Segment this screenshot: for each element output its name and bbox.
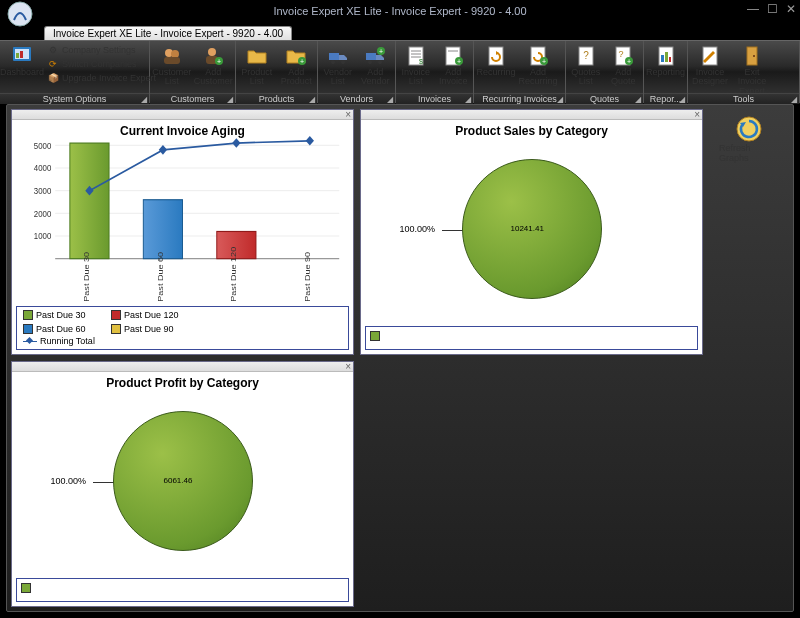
designer-icon (699, 45, 721, 67)
profit-legend (16, 578, 349, 602)
folder-icon (246, 45, 268, 67)
aging-legend: Past Due 30 Past Due 120 Past Due 60 Pas… (16, 306, 349, 350)
close-button[interactable]: ✕ (786, 2, 796, 16)
svg-point-16 (341, 60, 345, 64)
svg-text:+: + (627, 58, 631, 65)
svg-text:Past Due 60: Past Due 60 (156, 252, 165, 302)
svg-text:+: + (542, 58, 546, 65)
vendor-list-button[interactable]: Vendor List (319, 43, 357, 91)
expand-icon[interactable]: ◢ (141, 95, 147, 104)
add-recurring-button[interactable]: +Add Recurring (517, 43, 559, 91)
exit-button[interactable]: Exit Invoice Expert (731, 43, 773, 91)
person-add-icon: + (202, 45, 224, 67)
quote-add-icon: ?+ (612, 45, 634, 67)
app-window: Invoice Expert XE Lite - Invoice Expert … (0, 0, 800, 618)
people-icon (161, 45, 183, 67)
expand-icon[interactable]: ◢ (465, 95, 471, 104)
svg-rect-4 (20, 51, 23, 58)
window-title: Invoice Expert XE Lite - Invoice Expert … (273, 5, 526, 17)
gear-icon: ⚙ (47, 44, 59, 56)
add-vendor-button[interactable]: +Add Vendor (357, 43, 395, 91)
svg-text:5000: 5000 (34, 140, 52, 151)
upgrade-button[interactable]: 📦Upgrade Invoice Expert (45, 71, 158, 85)
pie-pct: 100.00% (400, 224, 436, 234)
group-vendors: Vendors◢ (318, 93, 395, 104)
expand-icon[interactable]: ◢ (309, 95, 315, 104)
app-logo-icon (6, 0, 34, 28)
ribbon: Dashboard ⚙Company Settings ⟳Switch Comp… (0, 40, 800, 104)
svg-rect-65 (306, 136, 314, 146)
expand-icon[interactable]: ◢ (679, 95, 685, 104)
svg-text:+: + (300, 58, 304, 65)
svg-text:+: + (457, 58, 461, 65)
svg-text:3000: 3000 (34, 186, 52, 197)
svg-rect-14 (329, 53, 339, 60)
svg-text:?: ? (583, 50, 589, 61)
svg-text:4000: 4000 (34, 163, 52, 174)
svg-rect-59 (70, 143, 109, 259)
invoice-icon: $ (405, 45, 427, 67)
svg-point-19 (378, 60, 382, 64)
svg-rect-44 (669, 57, 671, 62)
dashboard-button[interactable]: Dashboard (1, 43, 43, 91)
minimize-button[interactable]: — (747, 2, 759, 16)
folder-add-icon: + (285, 45, 307, 67)
recurring-button[interactable]: Recurring (475, 43, 517, 91)
exit-icon (741, 45, 763, 67)
svg-rect-60 (143, 200, 182, 259)
product-list-button[interactable]: Product List (237, 43, 277, 91)
refresh-graphs-button[interactable]: Refresh Graphs (719, 109, 779, 163)
reporting-button[interactable]: Reporting (645, 43, 686, 91)
svg-rect-3 (16, 53, 19, 58)
expand-icon[interactable]: ◢ (227, 95, 233, 104)
recurring-add-icon: + (527, 45, 549, 67)
svg-rect-46 (747, 47, 757, 65)
svg-text:?: ? (619, 49, 624, 59)
group-system-options: System Options◢ (0, 93, 149, 104)
invoice-list-button[interactable]: $Invoice List (397, 43, 435, 91)
svg-rect-63 (159, 145, 167, 155)
panel-close-icon[interactable]: × (345, 109, 351, 120)
titlebar: Invoice Expert XE Lite - Invoice Expert … (0, 0, 800, 22)
expand-icon[interactable]: ◢ (791, 95, 797, 104)
panel-close-icon[interactable]: × (345, 361, 351, 372)
invoice-designer-button[interactable]: Invoice Designer (689, 43, 731, 91)
svg-point-18 (368, 60, 372, 64)
report-icon (655, 45, 677, 67)
add-product-button[interactable]: +Add Product (277, 43, 317, 91)
svg-text:$: $ (419, 58, 423, 65)
tab-dashboard[interactable]: Invoice Expert XE Lite - Invoice Expert … (44, 26, 292, 40)
aging-chart: 5000 4000 3000 2000 1000 (16, 134, 349, 304)
refresh-icon (735, 115, 763, 143)
panel-close-icon[interactable]: × (694, 109, 700, 120)
add-quote-button[interactable]: ?+Add Quote (605, 43, 643, 91)
add-invoice-button[interactable]: +Add Invoice (435, 43, 473, 91)
pie-profit: 6061.46 (113, 411, 253, 551)
panel-title: Product Sales by Category (361, 124, 702, 138)
expand-icon[interactable]: ◢ (635, 95, 641, 104)
company-settings-button[interactable]: ⚙Company Settings (45, 43, 158, 57)
svg-text:1000: 1000 (34, 231, 52, 242)
switch-companies-button[interactable]: ⟳Switch Companies (45, 57, 158, 71)
group-recurring: Recurring Invoices◢ (474, 93, 565, 104)
svg-point-47 (753, 55, 755, 57)
box-icon: 📦 (47, 72, 59, 84)
truck-icon (327, 45, 349, 67)
panel-product-profit: × Product Profit by Category 100.00% 606… (11, 361, 354, 607)
expand-icon[interactable]: ◢ (387, 95, 393, 104)
document-tabstrip: Invoice Expert XE Lite - Invoice Expert … (0, 22, 800, 40)
add-customer-button[interactable]: +Add Customer (193, 43, 235, 91)
group-products: Products◢ (236, 93, 317, 104)
sales-legend (365, 326, 698, 350)
quote-icon: ? (575, 45, 597, 67)
swap-icon: ⟳ (47, 58, 59, 70)
panel-invoice-aging: × Current Invoice Aging 5000 4000 3000 2… (11, 109, 354, 355)
maximize-button[interactable]: ☐ (767, 2, 778, 16)
customer-list-button[interactable]: Customer List (151, 43, 193, 91)
svg-point-15 (331, 60, 335, 64)
expand-icon[interactable]: ◢ (557, 95, 563, 104)
quotes-list-button[interactable]: ?Quotes List (567, 43, 605, 91)
panel-product-sales: × Product Sales by Category 100.00% 1024… (360, 109, 703, 355)
group-invoices: Invoices◢ (396, 93, 473, 104)
group-customers: Customers◢ (150, 93, 235, 104)
